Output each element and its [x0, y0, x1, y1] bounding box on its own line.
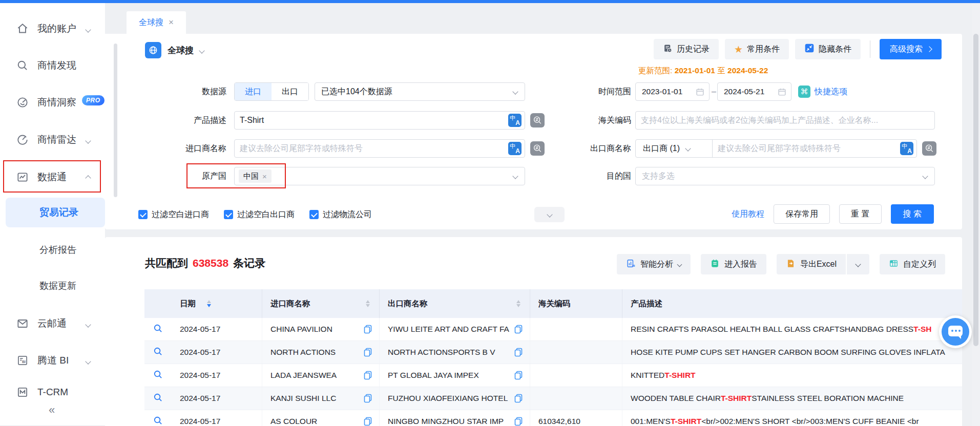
source-select[interactable]: 已选中104个数据源	[315, 82, 525, 101]
importer-input[interactable]	[235, 144, 508, 153]
header-exporter[interactable]: 出口商名称	[380, 289, 530, 318]
header-hs-code[interactable]: 海关编码	[530, 289, 622, 318]
importer-field[interactable]: 中A	[234, 139, 525, 158]
panel-title-group[interactable]: 全球搜	[145, 40, 204, 60]
copy-icon[interactable]	[514, 417, 523, 426]
sort-icons[interactable]	[516, 300, 520, 308]
sidebar-item-data[interactable]: 数据通	[0, 167, 105, 187]
save-conditions-button[interactable]: 保存常用	[774, 204, 830, 224]
reset-button[interactable]: 重 置	[839, 204, 881, 224]
filter-logistics[interactable]: 过滤物流公司	[309, 209, 372, 220]
copy-icon[interactable]	[364, 371, 372, 380]
sidebar-item-bi[interactable]: BI 腾道 BI	[0, 350, 105, 371]
sidebar-item-account[interactable]: 我的账户	[0, 18, 105, 39]
favorites-button[interactable]: ★ 常用条件	[725, 39, 789, 59]
calendar-icon[interactable]	[696, 88, 704, 96]
hide-conditions-button[interactable]: 隐藏条件	[795, 39, 861, 59]
close-icon[interactable]: ×	[169, 17, 174, 28]
translate-icon[interactable]: 中A	[508, 114, 522, 127]
hs-code-field[interactable]	[635, 111, 935, 130]
filter-blank-exporter[interactable]: 过滤空白出口商	[224, 209, 295, 220]
checkbox-checked[interactable]	[138, 210, 148, 219]
filter-blank-importer[interactable]: 过滤空白进口商	[138, 209, 209, 220]
page-scrollbar[interactable]	[972, 3, 980, 426]
tag-close-icon[interactable]: ×	[262, 172, 267, 181]
sidebar-item-analysis-report[interactable]: 分析报告	[0, 240, 105, 260]
advanced-search-button[interactable]: 高级搜索	[880, 39, 942, 59]
quick-options-icon[interactable]: ⌘	[798, 86, 810, 98]
sidebar-item-label: 商情发现	[37, 59, 76, 72]
custom-columns-button[interactable]: 自定义列	[880, 254, 945, 274]
table-row[interactable]: 2024-05-17 AS COLOUR NINGBO MINGZHOU STA…	[144, 410, 962, 426]
row-search-icon[interactable]	[153, 393, 163, 404]
page-scrollbar-thumb[interactable]	[973, 34, 978, 346]
sort-icons[interactable]	[207, 300, 211, 308]
quick-options-link[interactable]: 快捷选项	[815, 82, 847, 101]
exporter-input[interactable]	[713, 144, 900, 153]
toggle-export[interactable]: 出口	[272, 83, 308, 100]
sidebar-item-data-update[interactable]: 数据更新	[0, 275, 105, 296]
sidebar-item-trade-records-active[interactable]: 贸易记录	[6, 198, 105, 227]
export-options-button[interactable]	[847, 254, 869, 274]
row-search-icon[interactable]	[153, 370, 163, 381]
copy-icon[interactable]	[364, 325, 372, 334]
toggle-import[interactable]: 进口	[235, 83, 272, 100]
history-button[interactable]: 历史记录	[654, 39, 719, 59]
row-search-icon[interactable]	[153, 347, 163, 358]
sidebar-item-mail[interactable]: 云邮通	[0, 313, 105, 334]
synonym-search-icon[interactable]	[922, 141, 936, 156]
date-end-field[interactable]: 2024-05-21	[717, 82, 791, 101]
search-button[interactable]: 搜 索	[891, 204, 934, 224]
copy-icon[interactable]	[364, 417, 372, 426]
translate-icon[interactable]: 中A	[508, 142, 522, 155]
copy-icon[interactable]	[514, 325, 523, 334]
copy-icon[interactable]	[364, 394, 372, 403]
copy-icon[interactable]	[514, 394, 523, 403]
translate-icon[interactable]: 中A	[900, 142, 913, 155]
row-search-icon[interactable]	[153, 324, 163, 335]
copy-icon[interactable]	[514, 371, 523, 380]
sidebar-item-discover[interactable]: 商情发现	[0, 55, 105, 76]
sidebar: 我的账户 商情发现 商情洞察 PRO 商情雷达 数据通 贸易记录 分析报告	[0, 3, 105, 426]
origin-select[interactable]: 中国 ×	[234, 167, 525, 185]
cell-exporter: YIWU LEITE ART AND CRAFT FA	[388, 325, 509, 334]
header-importer[interactable]: 进口商名称	[262, 289, 380, 318]
copy-icon[interactable]	[514, 348, 523, 357]
tab-global-search[interactable]: 全球搜 ×	[127, 11, 186, 34]
smart-analysis-button[interactable]: BI 智能分析	[617, 254, 691, 274]
enter-report-button[interactable]: 进入报告	[701, 254, 766, 274]
date-start-field[interactable]: 2023-01-01	[635, 82, 710, 101]
product-desc-input[interactable]	[235, 116, 508, 125]
sidebar-item-tcrm[interactable]: T-CRM	[0, 386, 105, 398]
tutorial-link[interactable]: 使用教程	[732, 209, 764, 220]
destination-select[interactable]: 支持多选	[635, 167, 935, 185]
checkbox-checked[interactable]	[309, 210, 319, 219]
row-search-icon[interactable]	[153, 416, 163, 426]
synonym-search-icon[interactable]	[530, 141, 545, 156]
table-row[interactable]: 2024-05-17 KANJI SUSHI LLC FUZHOU XIAOFE…	[144, 387, 962, 410]
results-count: 638538	[193, 257, 228, 269]
exporter-type-select[interactable]: 出口商 (1)	[636, 140, 713, 157]
copy-icon[interactable]	[364, 348, 372, 357]
header-date[interactable]: 日期	[172, 289, 262, 318]
table-row[interactable]: 2024-05-17 LADA JEANSWEA PT GLOBAL JAYA …	[144, 364, 962, 387]
chat-support-button[interactable]	[939, 315, 972, 348]
sidebar-scrollbar-thumb[interactable]	[114, 44, 117, 197]
checkbox-checked[interactable]	[224, 210, 233, 219]
source-select-value: 已选中104个数据源	[315, 87, 392, 97]
hs-code-input[interactable]	[636, 116, 934, 125]
export-excel-button[interactable]: 导出Excel	[777, 254, 846, 274]
sidebar-collapse-button[interactable]: «	[36, 403, 67, 417]
sidebar-item-radar[interactable]: 商情雷达	[0, 130, 105, 150]
table-header-row: 日期 进口商名称 出口商名称 海关编码 产品描述	[144, 289, 962, 318]
sidebar-item-insight[interactable]: 商情洞察 PRO	[0, 92, 105, 113]
chevron-down-icon	[86, 23, 90, 34]
sort-icons[interactable]	[366, 300, 370, 308]
table-row[interactable]: 2024-05-17 CHINA PAVILION YIWU LEITE ART…	[144, 318, 962, 341]
synonym-search-icon[interactable]	[530, 113, 545, 127]
calendar-icon[interactable]	[778, 88, 786, 96]
product-desc-field[interactable]: 中A	[234, 111, 525, 130]
table-row[interactable]: 2024-05-17 NORTH ACTIONS NORTH ACTIONSPO…	[144, 341, 962, 364]
expand-conditions-button[interactable]	[534, 207, 565, 222]
header-product-desc[interactable]: 产品描述	[622, 289, 962, 318]
